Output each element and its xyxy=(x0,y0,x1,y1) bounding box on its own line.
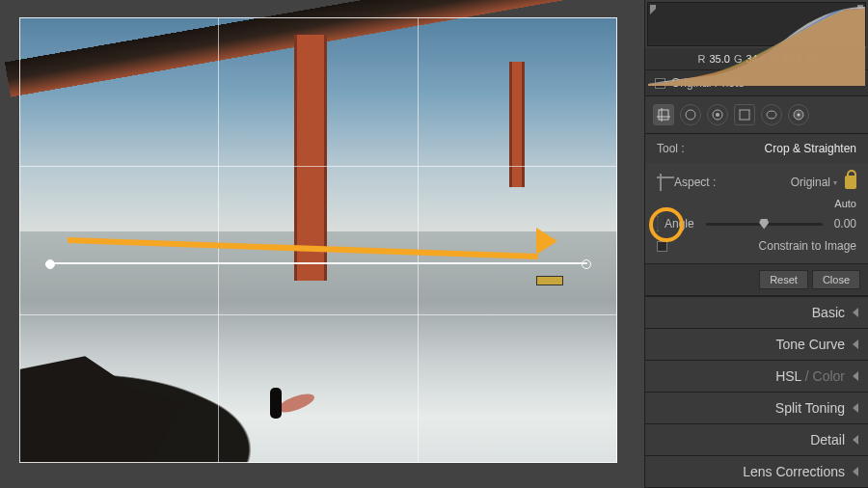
aspect-lock-icon[interactable] xyxy=(845,176,856,189)
svg-point-3 xyxy=(686,110,695,120)
angle-auto-button[interactable]: Auto xyxy=(834,198,856,209)
straighten-horizon-line[interactable] xyxy=(49,262,587,264)
angle-row: Angle 0.00 xyxy=(657,213,856,234)
chevron-left-icon xyxy=(853,435,858,445)
panel-split-toning[interactable]: Split Toning xyxy=(645,393,868,424)
angle-slider-thumb[interactable] xyxy=(759,219,769,230)
histogram[interactable] xyxy=(647,2,866,46)
panel-tone-curve[interactable]: Tone Curve xyxy=(645,329,868,361)
develop-side-panel: R 35.0 G 34.9 B 35.5 % Original Photo To… xyxy=(644,0,868,488)
gradient-filter-icon[interactable] xyxy=(734,104,755,125)
tool-label-row: Tool : Crop & Straighten xyxy=(645,134,868,163)
straighten-level-icon[interactable] xyxy=(657,216,659,231)
panel-hsl-color[interactable]: HSL / Color xyxy=(645,361,868,393)
chevron-left-icon xyxy=(853,467,858,476)
histogram-plot xyxy=(648,3,865,86)
angle-value[interactable]: 0.00 xyxy=(834,217,856,230)
panel-buttons: Reset Close xyxy=(645,263,868,296)
constrain-label: Constrain to Image xyxy=(759,239,856,253)
aspect-label: Aspect : xyxy=(674,176,716,189)
canvas-area[interactable] xyxy=(0,0,644,488)
tool-strip xyxy=(645,95,868,134)
chevron-left-icon xyxy=(853,371,858,381)
aspect-dropdown[interactable]: Original▾ xyxy=(791,176,837,189)
straighten-level-cursor[interactable] xyxy=(536,276,563,285)
develop-accordion: Basic Tone Curve HSL / Color Split Tonin… xyxy=(645,296,868,488)
crop-options: Aspect : Original▾ Auto Angle 0.00 Const… xyxy=(645,163,868,263)
chevron-left-icon xyxy=(853,308,858,317)
svg-point-5 xyxy=(716,113,719,117)
svg-point-7 xyxy=(767,111,776,119)
radial-filter-icon[interactable] xyxy=(761,104,782,125)
aspect-icon[interactable] xyxy=(657,174,674,191)
angle-slider[interactable] xyxy=(706,223,823,226)
brush-icon[interactable] xyxy=(788,104,809,125)
crop-tool-icon[interactable] xyxy=(653,104,674,125)
svg-point-9 xyxy=(798,114,800,117)
panel-lens-corrections[interactable]: Lens Corrections xyxy=(645,456,868,488)
spot-removal-icon[interactable] xyxy=(680,104,701,125)
photo-crop-region[interactable] xyxy=(19,17,617,463)
chevron-left-icon xyxy=(853,339,858,349)
tool-label: Tool : xyxy=(657,142,685,155)
tool-name: Crop & Straighten xyxy=(765,142,856,155)
redeye-icon[interactable] xyxy=(707,104,728,125)
svg-rect-0 xyxy=(659,110,668,120)
svg-rect-6 xyxy=(740,110,749,120)
reset-button[interactable]: Reset xyxy=(759,270,808,289)
constrain-checkbox[interactable] xyxy=(657,241,667,252)
panel-basic[interactable]: Basic xyxy=(645,297,868,329)
close-button[interactable]: Close xyxy=(812,270,860,289)
annotation-arrow xyxy=(68,235,557,243)
chevron-left-icon xyxy=(853,403,858,413)
panel-detail[interactable]: Detail xyxy=(645,424,868,456)
